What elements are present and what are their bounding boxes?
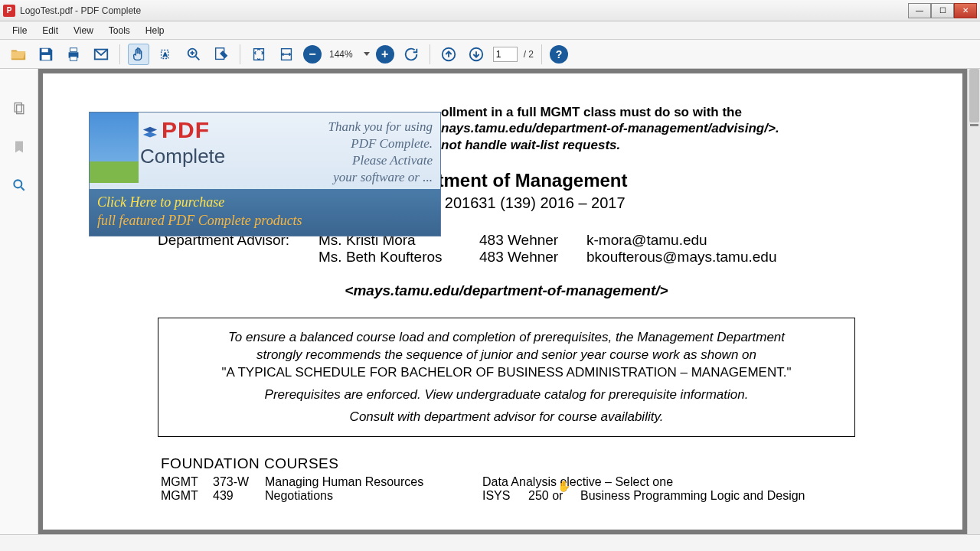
zoom-in-button[interactable]: + [376, 45, 394, 64]
menu-help[interactable]: Help [138, 23, 172, 38]
elective-header: Data Analysis elective – Select one [482, 475, 805, 489]
recommendation-box: To ensure a balanced course load and com… [158, 318, 855, 438]
next-page-icon[interactable] [466, 44, 487, 65]
search-panel-icon[interactable] [10, 176, 28, 194]
svg-rect-4 [70, 56, 77, 60]
toolbar-separator [430, 44, 430, 64]
page-number-input[interactable] [493, 47, 518, 62]
foundation-section: FOUNDATION COURSES MGMT 373-W Managing H… [161, 455, 932, 503]
select-tool-icon[interactable]: A [155, 44, 177, 65]
app-icon: P [3, 5, 15, 17]
page-total: / 2 [524, 49, 534, 60]
scrollbar-thumb[interactable] [969, 69, 979, 122]
rotate-icon[interactable] [400, 44, 422, 65]
maximize-button[interactable]: ☐ [931, 3, 954, 18]
pages-panel-icon[interactable] [10, 99, 28, 118]
fit-width-icon[interactable] [276, 44, 297, 65]
vertical-scrollbar[interactable] [967, 69, 980, 534]
svg-rect-3 [70, 47, 77, 51]
trial-watermark[interactable]: PDF Complete Thank you for using PDF Com… [89, 112, 441, 236]
course-row: ISYS 250 or Business Programming Logic a… [482, 489, 805, 503]
svg-point-16 [14, 180, 21, 187]
main-area: PDF Complete Thank you for using PDF Com… [0, 69, 980, 534]
svg-rect-0 [42, 48, 48, 52]
titlebar: P LogoTest.pdf - PDF Complete — ☐ ✕ [0, 0, 980, 21]
prev-page-icon[interactable] [438, 44, 459, 65]
department-url: <mays.tamu.edu/department-of-management/… [81, 282, 932, 299]
watermark-logo: PDF Complete [139, 112, 230, 168]
advisors-block: Department Advisor: Ms. Kristi Mora 483 … [158, 232, 932, 266]
fit-page-icon[interactable] [248, 44, 270, 65]
svg-rect-14 [15, 103, 21, 112]
save-icon[interactable] [35, 44, 57, 65]
edit-tool-icon[interactable] [211, 44, 232, 65]
foundation-header: FOUNDATION COURSES [161, 455, 932, 472]
menu-tools[interactable]: Tools [101, 23, 138, 38]
zoom-dropdown-icon[interactable] [364, 52, 370, 56]
sidebar [0, 69, 38, 534]
zoom-level: 144% [328, 49, 354, 60]
hand-tool-icon[interactable] [128, 44, 149, 65]
scrollbar-mark [970, 124, 978, 126]
menu-view[interactable]: View [66, 23, 101, 38]
close-button[interactable]: ✕ [954, 3, 977, 18]
minimize-button[interactable]: — [908, 3, 931, 18]
document-viewport[interactable]: PDF Complete Thank you for using PDF Com… [38, 69, 967, 534]
menu-edit[interactable]: Edit [34, 23, 66, 38]
course-row: MGMT 373-W Managing Human Resources [161, 475, 482, 489]
menu-file[interactable]: File [5, 23, 34, 38]
toolbar: A − 144% + / 2 ? [0, 40, 980, 69]
svg-rect-1 [42, 54, 51, 59]
watermark-message: Thank you for using PDF Complete. Please… [230, 112, 440, 189]
email-icon[interactable] [90, 44, 112, 65]
toolbar-separator [119, 44, 120, 64]
toolbar-separator [240, 44, 240, 64]
document-page: PDF Complete Thank you for using PDF Com… [43, 73, 962, 530]
open-icon[interactable] [8, 44, 29, 65]
toolbar-separator [541, 44, 542, 64]
window-title: LogoTest.pdf - PDF Complete [20, 5, 908, 16]
watermark-cta[interactable]: Click Here to purchase full featured PDF… [90, 189, 440, 236]
help-button[interactable]: ? [550, 45, 568, 64]
print-icon[interactable] [63, 44, 84, 65]
zoom-tool-icon[interactable] [183, 44, 204, 65]
course-row: MGMT 439 Negotiations [161, 489, 482, 503]
svg-text:A: A [163, 51, 167, 57]
menubar: File Edit View Tools Help [0, 21, 980, 40]
bookmarks-panel-icon[interactable] [10, 138, 28, 156]
statusbar [0, 534, 980, 551]
zoom-out-button[interactable]: − [303, 45, 322, 64]
enrollment-notice: ollment in a full MGMT class must do so … [441, 104, 932, 153]
svg-rect-15 [16, 105, 23, 114]
watermark-image [90, 112, 139, 183]
window-controls: — ☐ ✕ [908, 3, 977, 18]
